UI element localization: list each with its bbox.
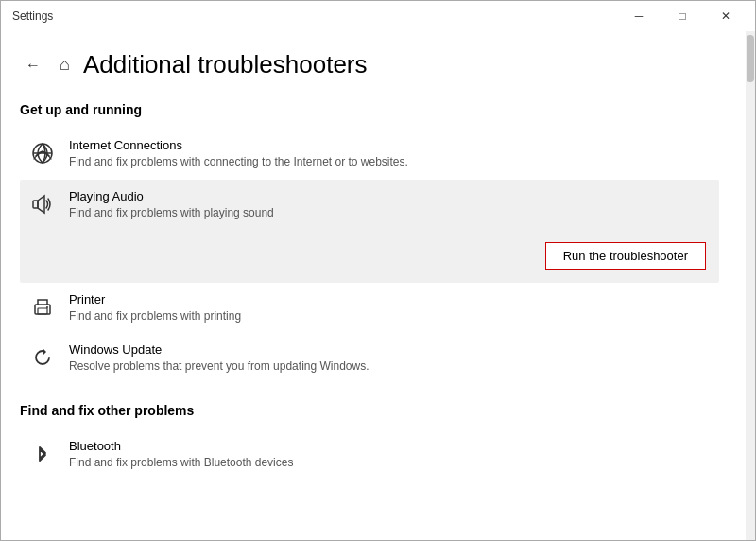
item-desc: Find and fix problems with Bluetooth dev… xyxy=(69,455,710,471)
titlebar-controls: ─ □ ✕ xyxy=(617,1,747,31)
window-body: ← ⌂ Additional troubleshooters Get up an… xyxy=(1,31,755,541)
list-item[interactable]: Windows Update Resolve problems that pre… xyxy=(20,333,719,384)
list-item[interactable]: Playing Audio Find and fix problems with… xyxy=(20,180,719,283)
item-name: Printer xyxy=(69,292,710,306)
page-title: Additional troubleshooters xyxy=(83,50,368,79)
page-header: ← ⌂ Additional troubleshooters xyxy=(20,50,719,79)
svg-rect-5 xyxy=(38,308,47,314)
svg-marker-7 xyxy=(43,348,46,356)
section-find-fix-other: Find and fix other problems Bluetooth Fi… xyxy=(20,403,719,480)
content-area: ← ⌂ Additional troubleshooters Get up an… xyxy=(1,31,746,541)
item-desc: Find and fix problems with printing xyxy=(69,308,710,324)
maximize-button[interactable]: □ xyxy=(661,1,704,31)
printer-icon xyxy=(29,294,56,321)
item-desc: Resolve problems that prevent you from u… xyxy=(69,358,710,375)
run-button-row: Run the troubleshooter xyxy=(29,242,710,270)
item-name: Playing Audio xyxy=(69,189,710,203)
item-name: Windows Update xyxy=(69,342,710,357)
list-item[interactable]: Internet Connections Find and fix proble… xyxy=(20,129,719,180)
scrollbar[interactable] xyxy=(746,31,755,541)
section-heading-find-fix: Find and fix other problems xyxy=(20,403,719,418)
item-name: Internet Connections xyxy=(69,138,710,152)
scrollbar-thumb[interactable] xyxy=(747,35,754,82)
back-button[interactable]: ← xyxy=(20,55,46,76)
minimize-button[interactable]: ─ xyxy=(617,1,661,31)
titlebar-left: Settings xyxy=(12,9,53,23)
list-item[interactable]: Bluetooth Find and fix problems with Blu… xyxy=(20,429,719,480)
titlebar: Settings ─ □ ✕ xyxy=(1,1,755,31)
internet-icon xyxy=(29,140,56,166)
svg-marker-3 xyxy=(38,196,44,213)
item-name: Bluetooth xyxy=(69,439,710,453)
item-desc: Find and fix problems with playing sound xyxy=(69,205,710,221)
section-heading-get-up-running: Get up and running xyxy=(20,102,719,117)
item-desc: Find and fix problems with connecting to… xyxy=(69,154,710,170)
bluetooth-icon xyxy=(29,441,56,467)
svg-point-6 xyxy=(46,306,48,308)
run-troubleshooter-button[interactable]: Run the troubleshooter xyxy=(545,242,706,270)
list-item[interactable]: Printer Find and fix problems with print… xyxy=(20,283,719,334)
audio-icon xyxy=(29,191,56,218)
update-icon xyxy=(29,344,56,371)
home-icon: ⌂ xyxy=(60,55,70,75)
section-get-up-running: Get up and running Internet Connect xyxy=(20,102,719,384)
titlebar-title: Settings xyxy=(12,9,53,23)
close-button[interactable]: ✕ xyxy=(704,1,747,31)
